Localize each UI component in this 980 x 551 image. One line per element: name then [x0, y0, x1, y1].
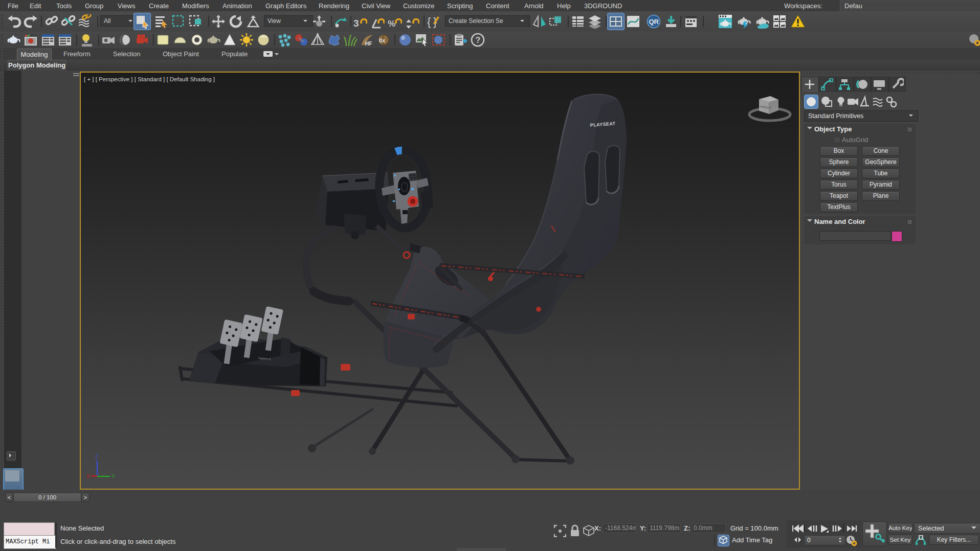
svg-text:X: X	[86, 474, 90, 479]
svg-text:%: %	[388, 19, 395, 29]
svg-text:0x: 0x	[379, 37, 386, 43]
svg-text:HF: HF	[365, 41, 372, 47]
svg-text:?: ?	[476, 36, 481, 44]
svg-text:Z: Z	[95, 454, 98, 460]
svg-text:Y: Y	[112, 474, 115, 479]
svg-text:QR: QR	[649, 18, 659, 26]
svg-text:3: 3	[353, 18, 359, 29]
svg-text:{: {	[427, 15, 431, 28]
